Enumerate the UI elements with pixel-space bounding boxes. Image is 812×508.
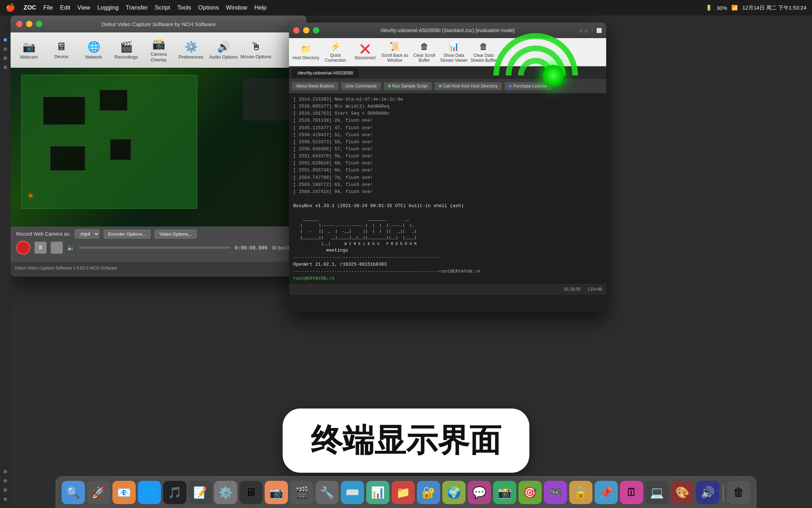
dock-notes[interactable]: 📝 <box>189 481 212 504</box>
dock-safari[interactable]: 🌐 <box>138 481 161 504</box>
zoc-session-time: 01:39:55 <box>564 287 581 292</box>
dock-quicktime[interactable]: 🎬 <box>290 481 313 504</box>
dock-photos[interactable]: 📷 <box>265 481 288 504</box>
dock-app14[interactable]: 🔊 <box>696 481 719 504</box>
sidebar-dot-2[interactable] <box>4 47 7 51</box>
zoc-share[interactable]: ↑ <box>591 28 594 33</box>
term-line-11: [ 2551.856748] 6b, flush one! <box>293 167 602 174</box>
dock-system-prefs[interactable]: ⚙️ <box>214 481 237 504</box>
zoc-show-data-button[interactable]: 📊 Show Data Stream Viewer <box>440 40 468 65</box>
call-host-label: Call Host from Host Directory <box>443 84 498 89</box>
zoc-nav-forward[interactable]: ▷ <box>585 28 589 33</box>
dock-mail[interactable]: 📧 <box>112 481 136 504</box>
clear-scroll-label: Clear Scroll Buffer <box>410 53 438 63</box>
dock-app8[interactable]: 🎮 <box>544 481 567 504</box>
term-blank2 <box>293 210 602 217</box>
menu-file[interactable]: File <box>43 4 53 11</box>
dock-app12[interactable]: 💻 <box>645 481 669 504</box>
record-button[interactable] <box>16 241 30 255</box>
video-options-button[interactable]: Video Options... <box>155 230 196 238</box>
menu-view[interactable]: View <box>78 4 91 11</box>
term-logo-4: |_______|| __|_____|__|__||________||__|… <box>293 235 602 241</box>
close-button[interactable] <box>16 21 23 27</box>
dock-app10[interactable]: 📌 <box>595 481 618 504</box>
dock-app1[interactable]: 📊 <box>366 481 389 504</box>
zoc-minimize-button[interactable] <box>303 27 309 34</box>
menu-script[interactable]: Script <box>155 4 170 11</box>
toolbar-network[interactable]: 🌐 Network <box>78 35 109 66</box>
pause-button[interactable]: ⏸ <box>35 242 47 254</box>
dock-app7[interactable]: 🎯 <box>518 481 542 504</box>
sidebar-dot-3[interactable] <box>4 56 7 60</box>
show-data-label: Show Data Stream Viewer <box>440 53 468 63</box>
zoc-disconnect-button[interactable]: ❌ Disconnect <box>351 40 379 65</box>
toolbar-audio-options[interactable]: 🔊 Audio Options <box>208 35 239 66</box>
app-name[interactable]: ZOC <box>24 4 36 11</box>
toolbar-webcam[interactable]: 📷 Webcam <box>13 35 44 66</box>
menubar-right: 🔋 30% 📶 12月14日 周二 下午1:53:24 <box>706 5 806 11</box>
menu-window[interactable]: Window <box>226 4 247 11</box>
toolbar-camera-overlay[interactable]: 📸 Camera Overlay <box>143 35 174 66</box>
maximize-button[interactable] <box>36 21 42 27</box>
dock-app2[interactable]: 📁 <box>392 481 415 504</box>
menu-logging[interactable]: Logging <box>97 4 119 11</box>
toolbar-preferences[interactable]: ⚙️ Preferences <box>176 35 207 66</box>
toolbar-recordings[interactable]: 🎬 Recordings <box>111 35 142 66</box>
sidebar-dot-4[interactable] <box>4 66 7 69</box>
dock-launchpad[interactable]: 🚀 <box>87 481 110 504</box>
dock-app9[interactable]: 🔒 <box>569 481 592 504</box>
sidebar-dot-bottom-2[interactable] <box>4 479 7 483</box>
format-select[interactable]: .mp4 <box>75 229 99 238</box>
term-meetings: meetings <box>293 247 602 254</box>
dock-trash[interactable]: 🗑 <box>727 481 750 504</box>
zoc-quick-connection-button[interactable]: ⚡ Quick Connection <box>321 40 350 65</box>
zoc-scroll-back-button[interactable]: 📜 Scroll Back as Window <box>381 40 409 65</box>
zoc-statusbar: 01:39:55 110×48 <box>289 284 606 295</box>
apple-menu[interactable]: 🍎 <box>6 3 15 12</box>
menu-tools[interactable]: Tools <box>177 4 191 11</box>
about-buttons-button[interactable]: About these Buttons <box>292 82 338 90</box>
zoc-expand[interactable]: ⬜ <box>596 28 602 33</box>
dock-app5[interactable]: 💬 <box>468 481 491 504</box>
zoc-host-directory-button[interactable]: 📁 Host Directory <box>292 40 320 65</box>
toolbar-mouse-options[interactable]: 🖱 Mouse Options <box>240 35 271 66</box>
zoc-close-button[interactable] <box>293 27 300 34</box>
encoder-options-button[interactable]: Encoder Options... <box>104 230 151 238</box>
sidebar-dot-bottom-3[interactable] <box>4 488 7 492</box>
zoc-terminal[interactable]: [ 2514.215393] New Sta:e2:d7:4e:1e:1c:8e… <box>289 93 606 284</box>
dock-iterm[interactable]: 🖥 <box>239 481 263 504</box>
stop-button[interactable] <box>51 242 63 254</box>
video-feed <box>11 68 307 226</box>
menu-edit[interactable]: Edit <box>60 4 70 11</box>
sidebar-dot-1[interactable] <box>4 38 7 42</box>
dock-utilities[interactable]: 🔧 <box>315 481 339 504</box>
zoc-nav-back[interactable]: ◁ <box>579 28 582 33</box>
dock-app6[interactable]: 📸 <box>493 481 516 504</box>
zoc-window-controls <box>293 27 319 34</box>
unix-commands-button[interactable]: Unix Commands <box>341 82 381 90</box>
dock-app13[interactable]: 🎨 <box>671 481 694 504</box>
toolbar-device[interactable]: 🖥 Device <box>46 35 77 66</box>
zoc-maximize-button[interactable] <box>313 27 319 34</box>
preferences-label: Preferences <box>179 54 203 60</box>
progress-bar[interactable] <box>79 247 230 249</box>
zoc-tab-serial[interactable]: /dev/tty.usbserial-A50285BI <box>292 68 359 78</box>
zoc-clear-scroll-button[interactable]: 🗑 Clear Scroll Buffer <box>410 40 438 65</box>
sidebar-dot-bottom-4[interactable] <box>4 497 7 501</box>
dock-itunes[interactable]: 🎵 <box>163 481 186 504</box>
run-sample-script-button[interactable]: Run Sample Script <box>384 82 432 90</box>
dock-xcode[interactable]: ⌨️ <box>341 481 364 504</box>
sidebar-dot-bottom-1[interactable] <box>4 470 7 473</box>
call-host-button[interactable]: Call Host from Host Directory <box>435 82 502 90</box>
minimize-button[interactable] <box>26 21 32 27</box>
dock-app11[interactable]: 🗓 <box>620 481 643 504</box>
menu-help[interactable]: Help <box>254 4 267 11</box>
term-logo-1: _______ ________ __ <box>293 217 602 223</box>
dock-finder[interactable]: 🔍 <box>62 481 85 504</box>
term-logo-2: | |.-----.-----.-----.| | | |.----.| |_ <box>293 223 602 229</box>
dock-app3[interactable]: 🔐 <box>417 481 440 504</box>
dock-app4[interactable]: 🌍 <box>442 481 466 504</box>
menu-options[interactable]: Options <box>198 4 219 11</box>
network-icon: 🌐 <box>87 41 100 53</box>
menu-transfer[interactable]: Transfer <box>126 4 148 11</box>
